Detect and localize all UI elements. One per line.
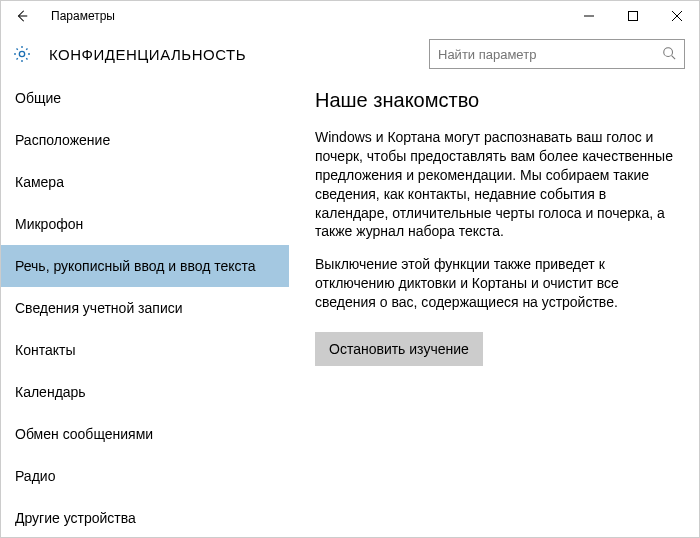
sidebar-item-label: Календарь — [15, 384, 86, 400]
sidebar: ОбщиеРасположениеКамераМикрофонРечь, рук… — [1, 77, 289, 537]
maximize-button[interactable] — [611, 1, 655, 31]
sidebar-item-6[interactable]: Контакты — [1, 329, 289, 371]
sidebar-item-2[interactable]: Камера — [1, 161, 289, 203]
titlebar: Параметры — [1, 1, 699, 31]
sidebar-item-5[interactable]: Сведения учетной записи — [1, 287, 289, 329]
sidebar-item-7[interactable]: Календарь — [1, 371, 289, 413]
sidebar-item-label: Другие устройства — [15, 510, 136, 526]
close-icon — [672, 11, 682, 21]
sidebar-item-8[interactable]: Обмен сообщениями — [1, 413, 289, 455]
sidebar-item-0[interactable]: Общие — [1, 77, 289, 119]
sidebar-item-label: Камера — [15, 174, 64, 190]
sidebar-item-label: Речь, рукописный ввод и ввод текста — [15, 258, 256, 274]
sidebar-item-label: Радио — [15, 468, 55, 484]
sidebar-item-4[interactable]: Речь, рукописный ввод и ввод текста — [1, 245, 289, 287]
minimize-button[interactable] — [567, 1, 611, 31]
sidebar-item-9[interactable]: Радио — [1, 455, 289, 497]
main-panel: Наше знакомство Windows и Кортана могут … — [289, 77, 699, 537]
minimize-icon — [584, 11, 594, 21]
maximize-icon — [628, 11, 638, 21]
sidebar-item-label: Сведения учетной записи — [15, 300, 183, 316]
sidebar-item-label: Общие — [15, 90, 61, 106]
search-input[interactable] — [438, 47, 662, 62]
description-paragraph-1: Windows и Кортана могут распознавать ваш… — [315, 128, 677, 241]
svg-point-5 — [19, 51, 24, 56]
sidebar-item-label: Расположение — [15, 132, 110, 148]
description-paragraph-2: Выключение этой функции также приведет к… — [315, 255, 677, 312]
search-box[interactable] — [429, 39, 685, 69]
sidebar-item-3[interactable]: Микрофон — [1, 203, 289, 245]
sidebar-item-label: Контакты — [15, 342, 75, 358]
header: КОНФИДЕНЦИАЛЬНОСТЬ — [1, 31, 699, 77]
close-button[interactable] — [655, 1, 699, 31]
svg-rect-2 — [629, 12, 638, 21]
svg-line-7 — [672, 55, 676, 59]
sidebar-item-10[interactable]: Другие устройства — [1, 497, 289, 537]
window-controls — [567, 1, 699, 31]
content: ОбщиеРасположениеКамераМикрофонРечь, рук… — [1, 77, 699, 537]
back-button[interactable] — [7, 1, 37, 31]
window-title: Параметры — [51, 9, 115, 23]
sidebar-item-label: Обмен сообщениями — [15, 426, 153, 442]
sidebar-item-1[interactable]: Расположение — [1, 119, 289, 161]
section-heading: Наше знакомство — [315, 89, 677, 112]
settings-gear-icon — [11, 43, 33, 65]
page-heading: КОНФИДЕНЦИАЛЬНОСТЬ — [49, 46, 246, 63]
svg-point-6 — [664, 47, 673, 56]
sidebar-item-label: Микрофон — [15, 216, 83, 232]
stop-learning-button[interactable]: Остановить изучение — [315, 332, 483, 366]
search-icon — [662, 46, 676, 63]
arrow-left-icon — [15, 9, 29, 23]
